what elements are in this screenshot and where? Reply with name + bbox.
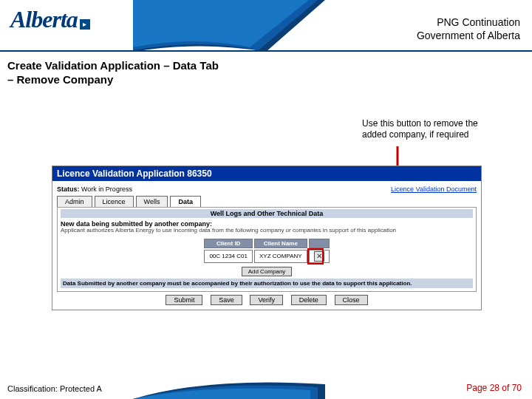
tab-panel-data: Well Logs and Other Technical Data New d… [57,207,477,292]
delete-button[interactable]: Delete [291,295,327,305]
cell-client-name: XYZ COMPANY [254,250,307,263]
callout-annotation: Use this button to remove the added comp… [362,118,495,140]
status-row: Status: Work in Progress Licence Validat… [57,185,477,193]
header-title-block: PNG Continuation Government of Alberta [417,16,520,42]
save-button[interactable]: Save [211,295,242,305]
header-title-line2: Government of Alberta [417,30,520,43]
col-client-name: Client Name [254,239,307,248]
licence-validation-document-link[interactable]: Licence Validation Document [391,185,477,193]
close-button[interactable]: Close [335,295,368,305]
remove-company-button[interactable]: ✕ [314,251,324,262]
page-number: Page 28 of 70 [466,383,522,393]
col-client-id: Client ID [204,239,253,248]
slide-footer: Classification: Protected A Page 28 of 7… [0,372,532,399]
tab-admin[interactable]: Admin [57,196,92,207]
app-titlebar: Licence Validation Application 86350 [52,166,481,181]
close-icon: ✕ [316,252,322,260]
header-swoosh-graphic [133,0,325,52]
logo-wordmark: Alberta [10,6,78,33]
panel-title: Well Logs and Other Technical Data [61,209,473,218]
logo-mark-icon: ▸ [80,19,90,30]
slide-header: Alberta▸ PNG Continuation Government of … [0,0,532,52]
cell-client-id: 00C 1234 C01 [204,250,253,263]
table-row: 00C 1234 C01 XYZ COMPANY ✕ [204,250,329,263]
action-button-row: Submit Save Verify Delete Close [57,295,477,305]
add-company-button[interactable]: Add Company [242,267,293,276]
tab-wells[interactable]: Wells [136,196,168,207]
footer-swoosh-graphic [133,377,325,399]
verify-button[interactable]: Verify [250,295,283,305]
data-submitted-note: Data Submitted by another company must b… [61,279,473,288]
col-remove [309,239,330,248]
tab-data[interactable]: Data [170,196,201,207]
section-body: Applicant authorizes Alberta Energy to u… [61,228,473,234]
header-title-line1: PNG Continuation [417,16,520,30]
alberta-logo: Alberta▸ [10,6,90,33]
status-text: Status: Work in Progress [57,185,132,193]
slide-title-line1: Create Validation Application – Data Tab [7,59,525,73]
app-window: Licence Validation Application 86350 Sta… [52,166,482,310]
slide-title: Create Validation Application – Data Tab… [7,59,525,87]
tab-bar: Admin Licence Wells Data [57,196,477,207]
submit-button[interactable]: Submit [166,295,202,305]
classification-label: Classification: Protected A [7,384,102,393]
table-header-row: Client ID Client Name [204,239,329,248]
client-table: Client ID Client Name 00C 1234 C01 XYZ C… [202,237,330,265]
tab-licence[interactable]: Licence [95,196,134,207]
slide-title-line2: – Remove Company [7,73,525,87]
